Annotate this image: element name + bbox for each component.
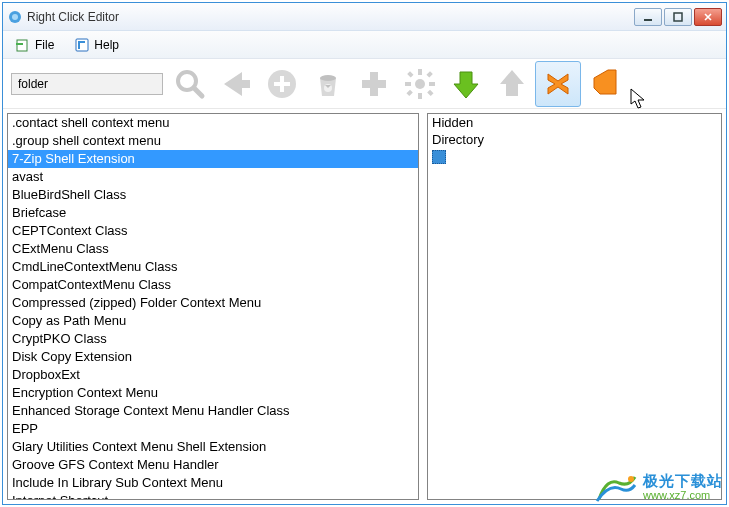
svg-rect-4 <box>17 40 27 51</box>
app-window: Right Click Editor File Help .contac <box>2 2 727 505</box>
help-icon <box>74 37 90 53</box>
menu-help[interactable]: Help <box>70 35 123 55</box>
close-button[interactable] <box>694 8 722 26</box>
svg-rect-19 <box>427 89 433 95</box>
right-pane: Hidden Directory <box>427 113 722 500</box>
detail-hidden: Hidden <box>428 114 721 131</box>
menu-help-label: Help <box>94 38 119 52</box>
svg-rect-15 <box>418 93 422 99</box>
search-input[interactable] <box>11 73 163 95</box>
list-item[interactable]: Internet Shortcut <box>8 492 418 499</box>
list-item[interactable]: Compressed (zipped) Folder Context Menu <box>8 294 418 312</box>
svg-point-1 <box>12 14 18 20</box>
maximize-button[interactable] <box>664 8 692 26</box>
svg-rect-16 <box>405 82 411 86</box>
list-item[interactable]: .group shell context menu <box>8 132 418 150</box>
list-item[interactable]: BlueBirdShell Class <box>8 186 418 204</box>
up-arrow-button[interactable] <box>489 61 535 107</box>
svg-rect-3 <box>674 13 682 21</box>
svg-rect-14 <box>418 69 422 75</box>
list-item[interactable]: .contact shell context menu <box>8 114 418 132</box>
list-item[interactable]: Glary Utilities Context Menu Shell Exten… <box>8 438 418 456</box>
down-arrow-button[interactable] <box>443 61 489 107</box>
window-title: Right Click Editor <box>27 10 634 24</box>
svg-rect-20 <box>426 71 432 77</box>
menubar: File Help <box>3 31 726 59</box>
titlebar: Right Click Editor <box>3 3 726 31</box>
file-icon <box>15 37 31 53</box>
menu-file[interactable]: File <box>11 35 58 55</box>
detail-directory: Directory <box>428 131 721 148</box>
svg-rect-6 <box>76 39 88 51</box>
split-pane: .contact shell context menu.group shell … <box>3 109 726 504</box>
app-icon <box>7 9 23 25</box>
list-item[interactable]: CmdLineContextMenu Class <box>8 258 418 276</box>
minimize-button[interactable] <box>634 8 662 26</box>
toolbar <box>3 59 726 109</box>
list-item[interactable]: Enhanced Storage Context Menu Handler Cl… <box>8 402 418 420</box>
settings-button[interactable] <box>397 61 443 107</box>
list-item[interactable]: avast <box>8 168 418 186</box>
svg-rect-8 <box>78 41 85 43</box>
back-button[interactable] <box>213 61 259 107</box>
list-item[interactable]: Briefcase <box>8 204 418 222</box>
delete-x-button[interactable] <box>535 61 581 107</box>
list-item[interactable]: Disk Copy Extension <box>8 348 418 366</box>
svg-point-13 <box>415 79 425 89</box>
menu-file-label: File <box>35 38 54 52</box>
list-item[interactable]: CompatContextMenu Class <box>8 276 418 294</box>
detail-small-icon <box>432 150 446 164</box>
trash-button[interactable] <box>305 61 351 107</box>
left-pane: .contact shell context menu.group shell … <box>7 113 419 500</box>
list-item[interactable]: Include In Library Sub Context Menu <box>8 474 418 492</box>
svg-point-11 <box>320 75 336 81</box>
list-item[interactable]: 7-Zip Shell Extension <box>8 150 418 168</box>
list-item[interactable]: DropboxExt <box>8 366 418 384</box>
list-item[interactable]: Copy as Path Menu <box>8 312 418 330</box>
plus-button[interactable] <box>351 61 397 107</box>
list-item[interactable]: CEPTContext Class <box>8 222 418 240</box>
svg-rect-18 <box>407 71 413 77</box>
list-item[interactable]: Encryption Context Menu <box>8 384 418 402</box>
context-menu-list[interactable]: .contact shell context menu.group shell … <box>8 114 418 499</box>
svg-rect-2 <box>644 19 652 21</box>
svg-rect-21 <box>406 89 412 95</box>
svg-rect-17 <box>429 82 435 86</box>
list-item[interactable]: CExtMenu Class <box>8 240 418 258</box>
list-item[interactable]: Groove GFS Context Menu Handler <box>8 456 418 474</box>
search-button[interactable] <box>167 61 213 107</box>
list-item[interactable]: EPP <box>8 420 418 438</box>
list-item[interactable]: CryptPKO Class <box>8 330 418 348</box>
svg-rect-5 <box>16 43 23 45</box>
bookmark-button[interactable] <box>581 61 627 107</box>
add-circle-button[interactable] <box>259 61 305 107</box>
detail-icon-slot <box>428 148 721 169</box>
window-controls <box>634 8 722 26</box>
